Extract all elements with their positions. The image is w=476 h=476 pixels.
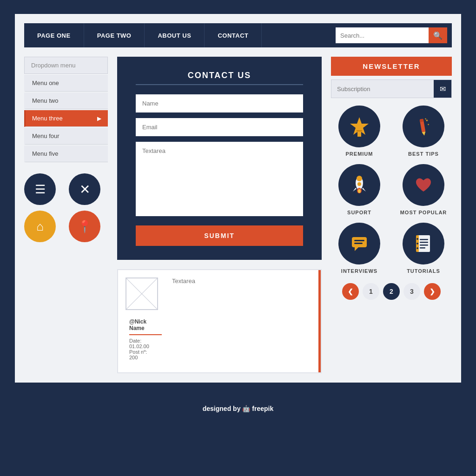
search-icon: 🔍 [433, 31, 443, 40]
email-icon: ✉ [434, 80, 451, 98]
footer-text: designed by [203, 405, 241, 412]
page-1-button[interactable]: 1 [363, 283, 379, 300]
interviews-icon-circle [338, 223, 380, 264]
svg-rect-18 [354, 240, 364, 241]
newsletter-title: NEWSLETTER [331, 57, 452, 76]
close-icon-button[interactable]: ✕ [69, 173, 100, 205]
freepik-logo: 🤖 freepik [242, 405, 273, 412]
next-page-button[interactable]: ❯ [424, 283, 441, 300]
svg-point-10 [357, 176, 362, 181]
most-popular-label: MOST POPULAR [400, 210, 447, 215]
category-grid: PREMIUM ✦ ✦ ✦ [331, 106, 452, 274]
contact-form: CONTACT US SUBMIT [117, 57, 322, 260]
svg-point-13 [358, 189, 361, 193]
premium-label: PREMIUM [346, 151, 373, 157]
nav-contact[interactable]: CONTACT [205, 23, 262, 47]
hamburger-icon: ☰ [35, 182, 46, 197]
sidebar-menu-two[interactable]: Menu two [24, 93, 108, 109]
category-tutorials[interactable]: TUTORIALS [395, 223, 452, 274]
right-panel: NEWSLETTER ✉ PREMIUM [331, 57, 452, 373]
category-most-popular[interactable]: MOST POPULAR [395, 164, 452, 215]
submit-button[interactable]: SUBMIT [136, 225, 303, 246]
home-icon-button[interactable]: ⌂ [24, 211, 56, 242]
category-premium[interactable]: PREMIUM [331, 106, 388, 157]
category-best-tips[interactable]: ✦ ✦ ✦ BEST TIPS [395, 106, 452, 157]
svg-text:✦: ✦ [424, 118, 427, 120]
comment-textarea-area [165, 270, 321, 372]
footer: designed by 🤖 freepik [0, 397, 476, 421]
search-button[interactable]: 🔍 [429, 27, 447, 43]
location-icon-button[interactable]: 📍 [69, 211, 100, 242]
page-3-button[interactable]: 3 [403, 283, 420, 300]
close-icon: ✕ [79, 182, 90, 197]
avatar-image [126, 278, 158, 310]
support-label: SUPORT [347, 210, 371, 215]
divider [129, 334, 162, 335]
svg-rect-2 [357, 130, 362, 132]
premium-icon-circle [338, 106, 380, 147]
svg-marker-14 [353, 188, 357, 192]
sidebar-menu-three[interactable]: Menu three ▶ [24, 110, 108, 127]
home-icon: ⌂ [36, 219, 44, 234]
pagination: ❮ 1 2 3 ❯ [331, 283, 452, 300]
category-interviews[interactable]: INTERVIEWS [331, 223, 388, 274]
svg-rect-23 [420, 242, 428, 243]
comment-box: @Nick Name Date: 01.02.00 Post nº: 200 [117, 269, 322, 373]
best-tips-icon-circle: ✦ ✦ ✦ [403, 106, 444, 147]
support-icon-circle [338, 164, 380, 206]
main-content: Dropdown menu Menu one Menu two Menu thr… [24, 57, 452, 373]
sidebar-menu-five[interactable]: Menu five [24, 145, 108, 162]
svg-rect-20 [418, 235, 430, 252]
nav-about-us[interactable]: ABOUT US [145, 23, 205, 47]
rocket-icon [348, 174, 370, 196]
center-panel: CONTACT US SUBMIT @Nick Name Date: 01.02… [117, 57, 322, 373]
main-wrapper: PAGE ONE PAGE TWO ABOUT US CONTACT 🔍 Dro… [15, 14, 461, 383]
sidebar-menu-four[interactable]: Menu four [24, 128, 108, 145]
category-support[interactable]: SUPORT [331, 164, 388, 215]
svg-point-26 [416, 238, 418, 240]
comment-avatar-area: @Nick Name Date: 01.02.00 Post nº: 200 [118, 270, 165, 372]
contact-form-title: CONTACT US [136, 71, 303, 80]
sidebar-menu-one[interactable]: Menu one [24, 75, 108, 92]
search-area: 🔍 [336, 27, 452, 43]
notebook-icon [412, 232, 435, 255]
comment-post: Post nº: 200 [129, 349, 153, 360]
comment-nick: @Nick Name [129, 318, 153, 331]
email-input[interactable] [136, 118, 303, 136]
svg-point-11 [357, 182, 361, 186]
comment-date: Date: 01.02.00 [129, 338, 153, 349]
nav-page-one[interactable]: PAGE ONE [24, 23, 84, 47]
subscription-input[interactable] [331, 81, 434, 97]
comment-textarea[interactable] [172, 278, 313, 315]
menu-icon-button[interactable]: ☰ [24, 173, 56, 205]
sidebar: Dropdown menu Menu one Menu two Menu thr… [24, 57, 108, 373]
best-tips-label: BEST TIPS [408, 151, 439, 157]
nav-page-two[interactable]: PAGE TWO [84, 23, 145, 47]
name-input[interactable] [136, 94, 303, 112]
most-popular-icon-circle [403, 164, 444, 206]
svg-point-27 [416, 243, 418, 245]
svg-rect-16 [352, 237, 367, 247]
interviews-label: INTERVIEWS [341, 268, 377, 274]
svg-rect-25 [420, 247, 425, 249]
location-icon: 📍 [77, 219, 92, 234]
svg-rect-22 [420, 239, 428, 240]
svg-point-28 [416, 247, 418, 249]
freepik-emoji: 🤖 [242, 405, 250, 412]
pencil-icon: ✦ ✦ ✦ [412, 115, 435, 138]
svg-text:✦: ✦ [427, 123, 430, 126]
prev-page-button[interactable]: ❮ [342, 283, 359, 300]
newsletter-input-row: ✉ [331, 79, 452, 98]
message-textarea[interactable] [136, 142, 303, 216]
svg-rect-19 [354, 243, 363, 244]
navbar: PAGE ONE PAGE TWO ABOUT US CONTACT 🔍 [24, 23, 452, 47]
svg-marker-4 [422, 132, 426, 136]
tutorials-label: TUTORIALS [407, 268, 440, 274]
dropdown-menu[interactable]: Dropdown menu [24, 57, 108, 74]
icon-buttons: ☰ ✕ ⌂ 📍 [24, 173, 108, 242]
page-2-button[interactable]: 2 [383, 283, 400, 300]
svg-marker-15 [362, 188, 366, 192]
tutorials-icon-circle [403, 223, 444, 264]
search-input[interactable] [336, 27, 429, 43]
chat-icon [348, 232, 370, 255]
